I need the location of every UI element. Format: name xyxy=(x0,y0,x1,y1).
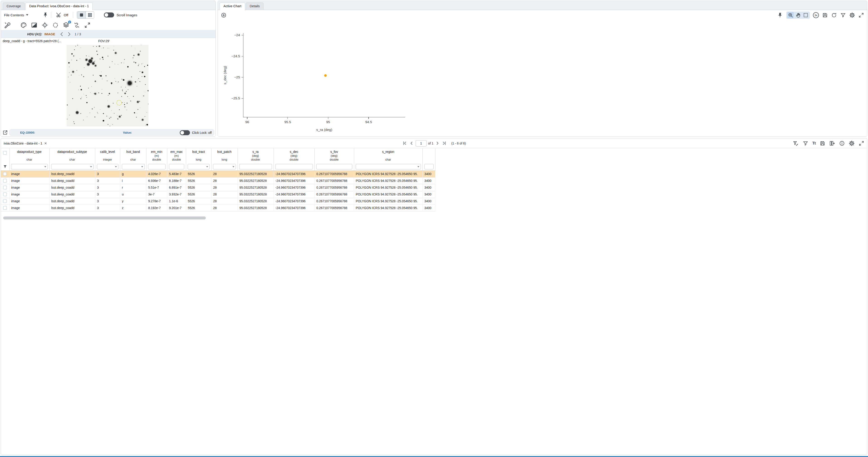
file-contents-dropdown[interactable]: File Contents xyxy=(4,13,28,17)
table-row[interactable]: imagelsst.deep_coadd3y9.278e-71.1e-65526… xyxy=(1,198,434,205)
column-filter-select[interactable] xyxy=(97,164,118,170)
x-tick-label: 95.5 xyxy=(284,120,291,124)
tab-details[interactable]: Details xyxy=(246,2,264,10)
layers-button[interactable]: 2 xyxy=(63,22,69,29)
table-cell: 3400 xyxy=(423,171,434,177)
image-panel-tabbar: Coverage Data Product: ivoa.ObsCore - da… xyxy=(1,1,216,10)
circle-select-button[interactable] xyxy=(52,22,59,29)
column-header[interactable]: lsst_tract long xyxy=(186,148,211,163)
row-checkbox[interactable] xyxy=(3,199,7,203)
grid-view-button[interactable] xyxy=(86,11,94,18)
next-hdu-button[interactable] xyxy=(67,32,71,37)
column-filter-input[interactable] xyxy=(275,164,313,170)
column-name: s_region xyxy=(354,150,423,154)
column-type: double xyxy=(238,158,274,161)
column-header[interactable]: s_fov(deg)double xyxy=(314,148,354,163)
row-checkbox[interactable] xyxy=(3,206,7,210)
chevron-down-icon xyxy=(90,166,92,167)
table-row[interactable]: imagelsst.deep_coadd3u3e-73.932e-7552628… xyxy=(1,191,434,198)
popout-button[interactable] xyxy=(2,129,8,135)
table-cell: z xyxy=(120,205,146,211)
table-row[interactable]: imagelsst.deep_coadd3i6.936e-78.188e-755… xyxy=(1,177,434,184)
page-input[interactable] xyxy=(416,140,427,147)
tab-data-product[interactable]: Data Product: ivoa.ObsCore - data-int - … xyxy=(25,2,93,10)
table-cell: 3 xyxy=(95,184,120,191)
x-tick-mark xyxy=(247,117,247,119)
column-filter-select[interactable] xyxy=(213,164,236,170)
click-lock-label: Click Lock: off xyxy=(192,131,212,134)
table-cell: 95.0322527180528 xyxy=(238,184,274,191)
prev-hdu-button[interactable] xyxy=(59,32,64,37)
column-filter-input[interactable] xyxy=(424,164,434,170)
recenter-button[interactable] xyxy=(41,22,48,29)
table-row[interactable]: imagelsst.deep_coadd3r5.51e-76.891e-7552… xyxy=(1,184,434,191)
expand-icon xyxy=(84,22,91,29)
add-chart-button[interactable] xyxy=(221,12,227,18)
table-row[interactable]: imagelsst.deep_coadd3z8.192e-79.201e-755… xyxy=(1,205,434,211)
column-header[interactable]: calib_level integer xyxy=(95,148,120,163)
column-header[interactable]: em_min(m)double xyxy=(146,148,167,163)
column-filter-input[interactable] xyxy=(169,164,184,170)
column-header[interactable]: lsst_patch long xyxy=(211,148,238,163)
row-checkbox[interactable] xyxy=(3,179,7,183)
column-filter-input[interactable] xyxy=(316,164,352,170)
select-all-checkbox[interactable] xyxy=(3,151,7,155)
column-type: char xyxy=(120,158,146,161)
column-header[interactable]: dataproduct_type char xyxy=(9,148,49,163)
column-filter-input[interactable] xyxy=(148,164,165,170)
color-palette-button[interactable] xyxy=(20,22,27,29)
column-filter-select[interactable] xyxy=(188,164,210,170)
scroll-images-toggle[interactable] xyxy=(104,12,114,18)
table-cell: 28 xyxy=(211,184,238,191)
tab-active-chart[interactable]: Active Chart xyxy=(220,2,245,10)
tab-coverage[interactable]: Coverage xyxy=(3,2,25,10)
row-checkbox-cell xyxy=(1,184,9,191)
y-tick-mark xyxy=(242,77,243,78)
grid-view-icon xyxy=(87,12,92,18)
table-cell: 28 xyxy=(211,198,238,205)
column-filter-select[interactable] xyxy=(356,164,421,170)
table-cell: -24.96070234707396 xyxy=(274,184,314,191)
row-checkbox[interactable] xyxy=(3,192,7,196)
row-checkbox[interactable] xyxy=(3,186,7,189)
row-checkbox[interactable] xyxy=(3,172,7,176)
column-header[interactable]: s_region char xyxy=(354,148,423,163)
column-header[interactable]: s_ra(deg)double xyxy=(238,148,274,163)
click-lock-toggle[interactable] xyxy=(180,130,190,135)
column-header[interactable]: dataproduct_subtype char xyxy=(49,148,95,163)
column-header[interactable]: s_dec(deg)double xyxy=(274,148,314,163)
tools-button[interactable] xyxy=(4,22,10,29)
scatter-chart[interactable]: s_dec (deg) s_ra (deg) 9695.59594.5−24−2… xyxy=(218,20,434,136)
fov-label: FOV:29' xyxy=(98,39,110,43)
column-filter-select[interactable] xyxy=(11,164,48,170)
column-type: double xyxy=(315,158,354,161)
image-viewport[interactable]: deep_coadd - g - tract=5526 patch=28 (..… xyxy=(1,38,216,129)
table-cell: 95.0322527180528 xyxy=(238,205,274,211)
fits-image[interactable] xyxy=(67,45,149,126)
horizontal-scrollbar[interactable] xyxy=(3,216,206,219)
table-row[interactable]: imagelsst.deep_coadd3g4.026e-75.483e-755… xyxy=(1,171,434,177)
column-header[interactable]: em_max(m)double xyxy=(167,148,186,163)
table-cell: image xyxy=(9,191,49,198)
column-header[interactable] xyxy=(423,148,434,163)
column-name: lsst_band xyxy=(120,150,146,154)
pin-button[interactable] xyxy=(42,12,49,18)
expand-button[interactable] xyxy=(84,22,91,29)
filter-funnel-icon[interactable] xyxy=(3,164,7,169)
cutout-button[interactable]: Off xyxy=(56,12,68,18)
table-titlebar: ivoa.ObsCore - data-int - 1 × of 1 (1 - … xyxy=(1,139,434,148)
column-header[interactable]: lsst_band char xyxy=(120,148,146,163)
column-unit xyxy=(354,154,423,157)
column-filter-input[interactable] xyxy=(239,164,272,170)
first-page-button[interactable] xyxy=(402,141,407,146)
prev-page-button[interactable] xyxy=(409,141,414,146)
unlink-button[interactable] xyxy=(73,22,80,29)
single-view-button[interactable] xyxy=(77,11,86,18)
stretch-button[interactable] xyxy=(31,22,38,29)
column-filter-select[interactable] xyxy=(122,164,145,170)
tools-icon xyxy=(4,22,10,29)
column-filter-select[interactable] xyxy=(51,164,93,170)
first-page-icon xyxy=(402,141,407,146)
y-tick-mark xyxy=(242,98,243,99)
close-table-button[interactable]: × xyxy=(44,141,47,145)
